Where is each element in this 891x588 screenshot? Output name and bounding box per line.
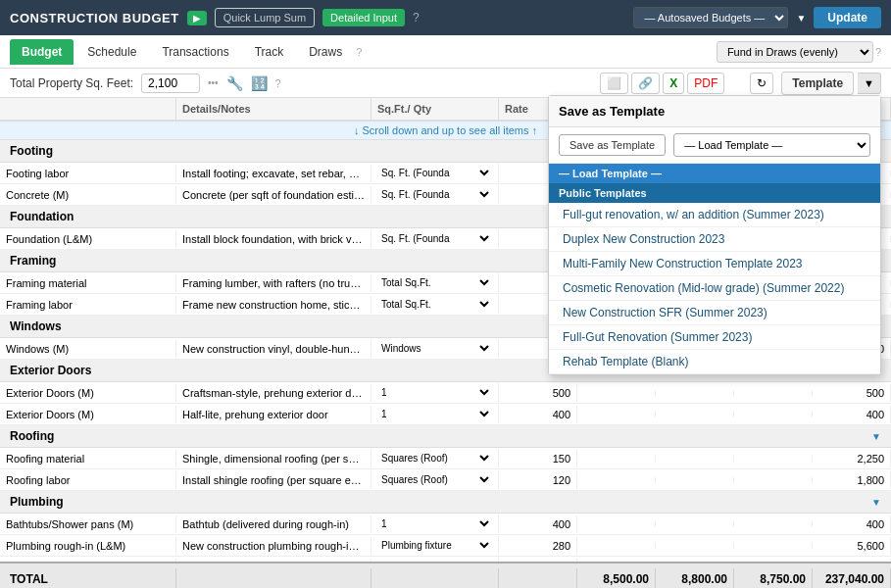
c2-cell xyxy=(734,412,813,417)
item-cell: Framing labor xyxy=(0,296,176,314)
totals-empty3 xyxy=(499,568,577,588)
dots-icon: ••• xyxy=(208,77,219,88)
sqft-select[interactable]: Squares (Roof) xyxy=(377,473,492,486)
calculate-icon[interactable]: 🔧 xyxy=(226,75,243,91)
c1-cell xyxy=(656,521,734,527)
c2-cell xyxy=(734,390,813,396)
rate-cell: 280 xyxy=(499,537,577,555)
rate-cell: 120 xyxy=(499,471,577,489)
sqft-cell[interactable]: Sq. Ft. (Founda xyxy=(371,229,499,248)
sqft-select[interactable]: Windows xyxy=(377,342,492,355)
link-icon-btn[interactable]: 🔗 xyxy=(631,73,660,94)
sqft-select[interactable]: Sq. Ft. (Founda xyxy=(377,188,492,201)
section-collapse-icon[interactable]: ▼ xyxy=(871,431,881,442)
template-item[interactable]: Cosmetic Renovation (Mid-low grade) (Sum… xyxy=(549,276,880,301)
sqft-cell[interactable]: Squares (Roof) xyxy=(371,470,499,489)
template-item[interactable]: Multi-Family New Construction Template 2… xyxy=(549,252,880,276)
details-cell: Shingle, dimensional roofing (per square… xyxy=(176,450,371,467)
c3-cell: 400 xyxy=(813,515,891,533)
sqft-cell[interactable]: Plumbing fixture xyxy=(371,536,499,555)
section-header: Plumbing▼ xyxy=(0,491,891,514)
sqft-cell[interactable]: Total Sq.Ft. xyxy=(371,273,499,292)
detailed-input-btn[interactable]: Detailed Input xyxy=(322,9,405,26)
details-cell: Framing lumber, with rafters (no trusses… xyxy=(176,274,371,292)
sqft-select[interactable]: 1 xyxy=(377,386,492,399)
quick-lump-sum-btn[interactable]: Quick Lump Sum xyxy=(215,8,315,27)
details-cell: Trim out plumbing (per point estimate) xyxy=(176,559,371,563)
load-template-select[interactable]: — Load Template — xyxy=(673,133,870,157)
dropdown-icon[interactable]: ▼ xyxy=(796,13,806,24)
refresh-btn[interactable]: ↻ xyxy=(750,73,773,94)
item-cell: Foundation (L&M) xyxy=(0,230,176,248)
sqft-cell[interactable]: Total Sq.Ft. xyxy=(371,295,499,314)
excel-icon-btn[interactable]: X xyxy=(663,73,684,94)
totals-row: TOTAL 8,500.00 8,800.00 8,750.00 237,040… xyxy=(0,562,891,588)
sq-ft-input[interactable] xyxy=(141,74,200,93)
rate-cell: 170 xyxy=(499,559,577,563)
index-cell xyxy=(577,543,656,549)
sqft-select[interactable]: Plumbing fixture xyxy=(377,539,492,552)
calculator-icon[interactable]: 🔢 xyxy=(251,75,268,91)
template-btn[interactable]: Template xyxy=(781,72,854,95)
tab-schedule[interactable]: Schedule xyxy=(75,39,148,65)
sqft-select[interactable]: Sq. Ft. (Founda xyxy=(377,232,492,245)
autosaved-budgets-select[interactable]: — Autosaved Budgets — xyxy=(633,7,788,28)
section-name: Plumbing xyxy=(10,495,64,509)
tab-track[interactable]: Track xyxy=(243,39,296,65)
index-cell xyxy=(577,477,656,483)
sqft-cell[interactable]: Squares (Roof) xyxy=(371,449,499,467)
table-row: Exterior Doors (M)Half-lite, prehung ext… xyxy=(0,404,891,425)
totals-label: TOTAL xyxy=(0,568,176,588)
section-collapse-icon[interactable]: ▼ xyxy=(871,497,881,508)
item-cell: Footing labor xyxy=(0,165,176,182)
sqft-cell[interactable]: Sq. Ft. (Founda xyxy=(371,185,499,204)
index-cell xyxy=(577,456,656,462)
sqft-cell[interactable]: 1 xyxy=(371,405,499,423)
template-item[interactable]: Full-gut renovation, w/ an addition (Sum… xyxy=(549,203,880,227)
item-cell: Roofing material xyxy=(0,450,176,467)
sqft-select[interactable]: 1 xyxy=(377,408,492,420)
totals-index: 8,500.00 xyxy=(577,568,656,588)
copy-icon-btn[interactable]: ⬜ xyxy=(600,73,628,94)
template-item[interactable]: Duplex New Construction 2023 xyxy=(549,227,880,252)
update-btn[interactable]: Update xyxy=(814,7,881,28)
sqft-select[interactable]: Total Sq.Ft. xyxy=(377,298,492,311)
video-icon[interactable]: ▶ xyxy=(187,11,207,25)
details-cell: New construction plumbing rough-ins (per… xyxy=(176,537,371,555)
template-items-container: Full-gut renovation, w/ an addition (Sum… xyxy=(549,203,880,374)
details-cell: Install shingle roofing (per square esti… xyxy=(176,471,371,489)
item-cell: Plumbing trim out xyxy=(0,559,176,563)
item-cell: Bathtubs/Shower pans (M) xyxy=(0,515,176,533)
details-cell: Bathtub (delivered during rough-in) xyxy=(176,515,371,533)
sqft-select[interactable]: 1 xyxy=(377,517,492,530)
c1-cell xyxy=(656,477,734,483)
template-item[interactable]: Rehab Template (Blank) xyxy=(549,350,880,374)
sqft-select[interactable]: Sq. Ft. (Founda xyxy=(377,167,492,179)
sqft-cell[interactable]: Sq. Ft. (Founda xyxy=(371,164,499,182)
col-item xyxy=(0,98,176,120)
sqft-cell[interactable]: 1 xyxy=(371,514,499,533)
template-item[interactable]: Full-Gut Renovation (Summer 2023) xyxy=(549,325,880,350)
tab-budget[interactable]: Budget xyxy=(10,39,74,65)
section-header: Roofing▼ xyxy=(0,425,891,448)
fund-select[interactable]: Fund in Draws (evenly) xyxy=(717,41,873,63)
totals-empty2 xyxy=(371,568,499,588)
table-row: Plumbing rough-in (L&M)New construction … xyxy=(0,535,891,557)
sqft-select[interactable]: Plumbing fixture xyxy=(377,561,492,562)
pdf-icon-btn[interactable]: PDF xyxy=(687,73,724,94)
tab-bar: Budget Schedule Transactions Track Draws… xyxy=(0,35,891,69)
template-dropdown-arrow[interactable]: ▼ xyxy=(858,73,881,94)
sqft-cell[interactable]: Windows xyxy=(371,339,499,358)
calc-help-icon: ? xyxy=(275,77,281,89)
col-sqft-qty: Sq.Ft./ Qty xyxy=(371,98,499,120)
sqft-select[interactable]: Total Sq.Ft. xyxy=(377,276,492,289)
c1-cell xyxy=(656,390,734,396)
sqft-cell[interactable]: 1 xyxy=(371,383,499,402)
save-as-template-btn[interactable]: Save as Template xyxy=(559,134,666,156)
tab-draws[interactable]: Draws xyxy=(297,39,354,65)
tab-transactions[interactable]: Transactions xyxy=(150,39,240,65)
template-item[interactable]: New Construction SFR (Summer 2023) xyxy=(549,301,880,325)
sqft-select[interactable]: Squares (Roof) xyxy=(377,452,492,465)
c1-cell xyxy=(656,412,734,417)
sqft-cell[interactable]: Plumbing fixture xyxy=(371,558,499,562)
